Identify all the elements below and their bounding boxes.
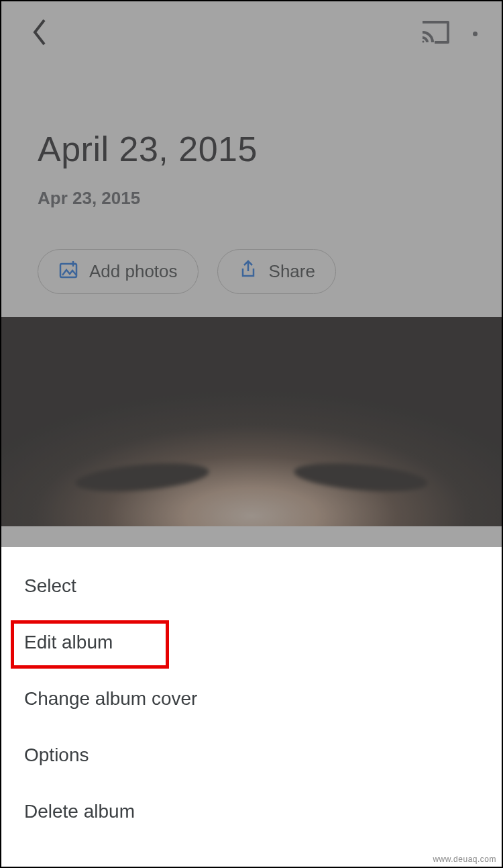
album-photo[interactable] (1, 317, 502, 526)
share-icon (238, 259, 258, 284)
cast-button[interactable] (421, 20, 450, 47)
add-photos-label: Add photos (89, 261, 178, 282)
menu-item-options[interactable]: Options (1, 727, 502, 783)
add-photos-button[interactable]: Add photos (38, 249, 199, 294)
top-bar (1, 1, 502, 55)
album-date: Apr 23, 2015 (38, 188, 465, 209)
add-photo-icon (58, 259, 78, 284)
more-horizontal-icon (473, 32, 478, 36)
menu-item-delete-album[interactable]: Delete album (1, 783, 502, 840)
menu-item-change-cover[interactable]: Change album cover (1, 671, 502, 727)
back-button[interactable] (27, 20, 54, 47)
menu-item-select[interactable]: Select (1, 558, 502, 614)
cast-icon (421, 35, 450, 46)
watermark: www.deuaq.com (433, 855, 496, 864)
svg-point-0 (423, 41, 425, 43)
album-header: April 23, 2015 Apr 23, 2015 (1, 55, 502, 209)
share-button[interactable]: Share (217, 249, 336, 294)
album-title: April 23, 2015 (38, 129, 465, 169)
menu-item-edit-album[interactable]: Edit album (1, 614, 502, 671)
album-actions: Add photos Share (1, 209, 502, 317)
chevron-left-icon (31, 19, 50, 48)
top-right-actions (421, 20, 478, 47)
share-label: Share (269, 261, 315, 282)
context-menu-sheet: Select Edit album Change album cover Opt… (1, 547, 502, 867)
more-options-button[interactable] (473, 32, 478, 36)
